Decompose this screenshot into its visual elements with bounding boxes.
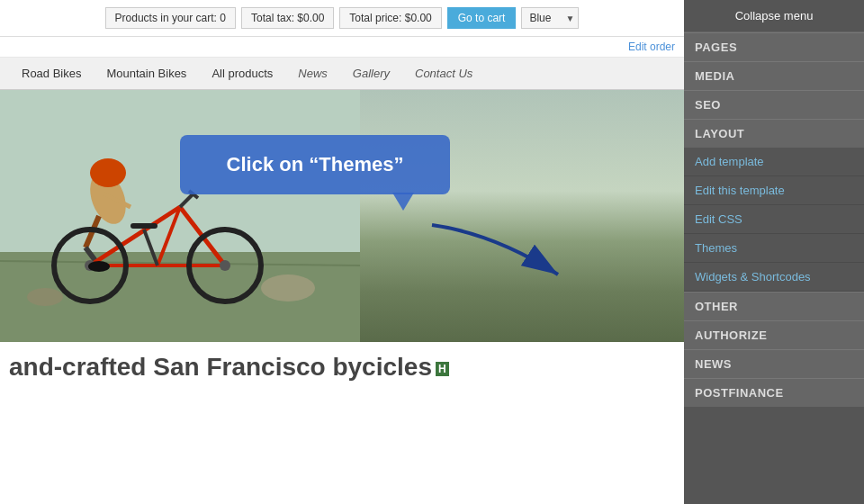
edit-order-row: Edit order	[0, 37, 684, 58]
sidebar-section-layout: LAYOUT	[684, 119, 864, 148]
tooltip-text: Click on “Themes”	[227, 153, 404, 176]
sidebar-section-authorize: AUTHORIZE	[684, 320, 864, 349]
svg-rect-18	[130, 223, 158, 229]
go-to-cart-button[interactable]: Go to cart	[447, 7, 517, 29]
tooltip-box: Click on “Themes”	[180, 135, 450, 194]
nav-item-news[interactable]: News	[285, 59, 340, 87]
sidebar-item-themes[interactable]: Themes	[684, 234, 864, 263]
hero-area: Click on “Themes”	[0, 90, 684, 342]
total-tax: Total tax: $0.00	[241, 7, 334, 29]
nav-item-contact-us[interactable]: Contact Us	[402, 59, 485, 87]
nav-item-all-products[interactable]: All products	[199, 59, 285, 87]
sidebar-section-seo: SEO	[684, 90, 864, 119]
sidebar-section-other: OTHER	[684, 292, 864, 320]
nav-item-road-bikes[interactable]: Road Bikes	[9, 59, 94, 87]
sidebar-item-edit-template[interactable]: Edit this template	[684, 176, 864, 205]
theme-select[interactable]: Blue Red Green	[521, 7, 579, 29]
nav-item-mountain-bikes[interactable]: Mountain Bikes	[94, 59, 199, 87]
cart-bar: Products in your cart: 0 Total tax: $0.0…	[0, 0, 684, 37]
heading-text: and-crafted San Francisco bycicles	[9, 353, 432, 381]
page-heading: and-crafted San Francisco byciclesH	[0, 342, 684, 389]
svg-point-14	[220, 260, 230, 271]
sidebar-section-news: NEWS	[684, 349, 864, 378]
svg-point-21	[261, 274, 315, 302]
sidebar-section-pages: PAGES	[684, 32, 864, 61]
nav-item-gallery[interactable]: Gallery	[340, 59, 402, 87]
collapse-menu-button[interactable]: Collapse menu	[684, 0, 864, 32]
nav-bar: Road Bikes Mountain Bikes All products N…	[0, 58, 684, 90]
h-icon: H	[436, 362, 449, 376]
edit-order-link[interactable]: Edit order	[628, 40, 675, 53]
sidebar-item-add-template[interactable]: Add template	[684, 148, 864, 176]
svg-point-22	[27, 288, 63, 306]
theme-select-wrapper: Blue Red Green ▼	[521, 7, 579, 29]
arrow-indicator	[423, 216, 567, 288]
svg-point-20	[88, 261, 110, 272]
sidebar-item-widgets-shortcodes[interactable]: Widgets & Shortcodes	[684, 263, 864, 292]
svg-point-19	[90, 158, 126, 187]
sidebar-item-edit-css[interactable]: Edit CSS	[684, 205, 864, 234]
products-in-cart: Products in your cart: 0	[105, 7, 236, 29]
main-content: Products in your cart: 0 Total tax: $0.0…	[0, 0, 684, 504]
sidebar: Collapse menu PAGES MEDIA SEO LAYOUT Add…	[684, 0, 864, 504]
total-price: Total price: $0.00	[339, 7, 441, 29]
bike-scene: Click on “Themes”	[0, 90, 684, 342]
sidebar-section-postfinance: POSTFINANCE	[684, 378, 864, 407]
sidebar-section-media: MEDIA	[684, 61, 864, 90]
bike-illustration	[0, 90, 360, 342]
